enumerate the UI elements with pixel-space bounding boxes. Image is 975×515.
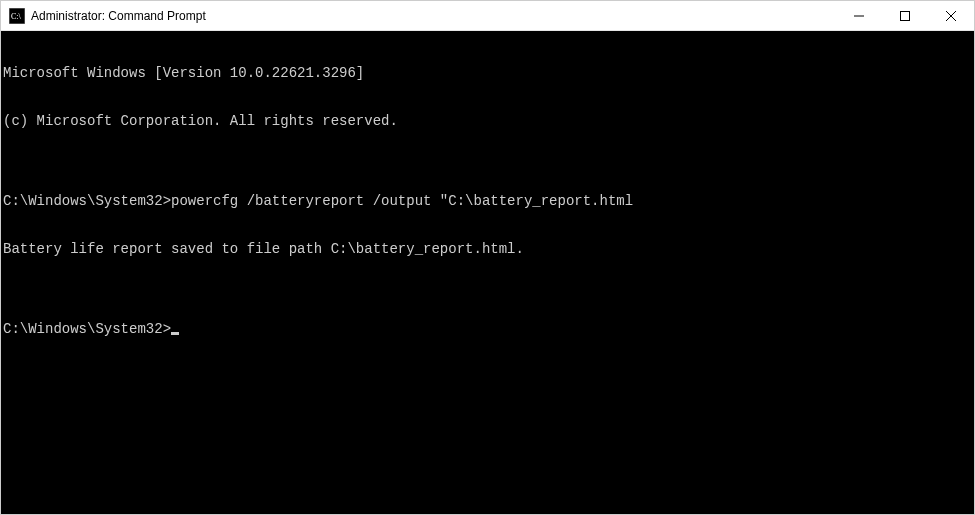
minimize-button[interactable] xyxy=(836,1,882,30)
svg-rect-3 xyxy=(901,11,910,20)
command-prompt-window: C:\ Administrator: Command Prompt Micros… xyxy=(0,0,975,515)
close-button[interactable] xyxy=(928,1,974,30)
window-title: Administrator: Command Prompt xyxy=(31,9,836,23)
terminal-line: (c) Microsoft Corporation. All rights re… xyxy=(3,113,974,129)
maximize-button[interactable] xyxy=(882,1,928,30)
svg-text:C:\: C:\ xyxy=(11,12,22,21)
cursor xyxy=(171,332,179,335)
terminal-line: C:\Windows\System32>powercfg /batteryrep… xyxy=(3,193,974,209)
titlebar[interactable]: C:\ Administrator: Command Prompt xyxy=(1,1,974,31)
terminal-line: Battery life report saved to file path C… xyxy=(3,241,974,257)
cmd-icon: C:\ xyxy=(9,8,25,24)
current-prompt-line: C:\Windows\System32> xyxy=(3,321,974,337)
terminal-area[interactable]: Microsoft Windows [Version 10.0.22621.32… xyxy=(1,31,974,514)
window-controls xyxy=(836,1,974,30)
prompt-text: C:\Windows\System32> xyxy=(3,321,171,337)
terminal-line: Microsoft Windows [Version 10.0.22621.32… xyxy=(3,65,974,81)
